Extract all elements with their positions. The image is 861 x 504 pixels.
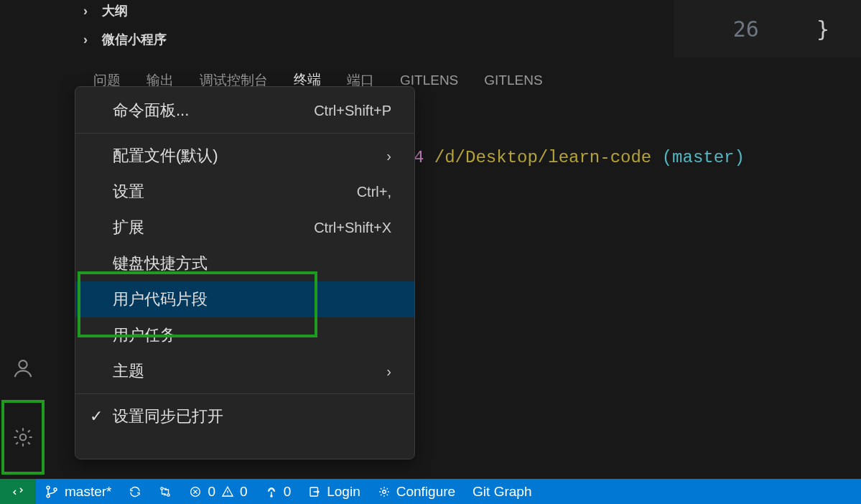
accounts-icon[interactable] bbox=[11, 357, 34, 380]
status-configure-label: Configure bbox=[396, 484, 455, 500]
term-path: /d/Desktop/learn-code bbox=[434, 148, 651, 167]
menu-shortcut: Ctrl+Shift+P bbox=[314, 103, 391, 119]
status-login[interactable]: Login bbox=[299, 479, 369, 504]
status-configure[interactable]: Configure bbox=[369, 479, 464, 504]
menu-label: 设置同步已打开 bbox=[113, 406, 223, 427]
term-seg: ) bbox=[735, 148, 745, 167]
section-label: 微信小程序 bbox=[102, 31, 167, 48]
status-sync[interactable] bbox=[120, 479, 150, 504]
check-icon: ✓ bbox=[88, 407, 104, 426]
activity-bar bbox=[0, 0, 46, 479]
menu-profiles[interactable]: 配置文件(默认) › bbox=[75, 138, 414, 174]
status-git-graph[interactable]: Git Graph bbox=[464, 479, 540, 504]
status-login-label: Login bbox=[327, 484, 360, 500]
term-branch: master bbox=[672, 148, 734, 167]
menu-command-palette[interactable]: 命令面板... Ctrl+Shift+P bbox=[75, 93, 414, 129]
chevron-right-icon: › bbox=[386, 363, 391, 380]
status-ports-count: 0 bbox=[284, 484, 292, 500]
term-seg: ( bbox=[651, 148, 672, 167]
line-number: 26 bbox=[733, 17, 759, 42]
chevron-right-icon: › bbox=[83, 4, 93, 19]
status-ports[interactable]: 0 bbox=[256, 479, 300, 504]
terminal-prompt[interactable]: 4 /d/Desktop/learn-code (master) bbox=[414, 148, 745, 167]
menu-user-snippets[interactable]: 用户代码片段 bbox=[75, 281, 414, 317]
term-seg: 4 bbox=[414, 148, 434, 167]
menu-label: 设置 bbox=[113, 181, 144, 202]
section-label: 大纲 bbox=[102, 2, 128, 19]
menu-label: 命令面板... bbox=[113, 100, 189, 121]
menu-label: 键盘快捷方式 bbox=[113, 253, 208, 274]
editor-fragment: 26 } bbox=[674, 0, 861, 57]
menu-keyboard-shortcuts[interactable]: 键盘快捷方式 bbox=[75, 246, 414, 281]
menu-label: 配置文件(默认) bbox=[113, 145, 218, 167]
svg-point-1 bbox=[20, 434, 27, 441]
menu-settings-sync[interactable]: ✓ 设置同步已打开 bbox=[75, 398, 414, 434]
svg-point-6 bbox=[167, 493, 169, 495]
status-bar: master* 0 0 0 Login Configure Git Grap bbox=[0, 479, 861, 504]
svg-point-4 bbox=[54, 487, 57, 490]
manage-gear-icon[interactable] bbox=[11, 426, 34, 449]
svg-point-3 bbox=[47, 494, 50, 497]
svg-point-5 bbox=[161, 487, 163, 489]
menu-label: 用户任务 bbox=[113, 325, 176, 346]
menu-extensions[interactable]: 扩展 Ctrl+Shift+X bbox=[75, 210, 414, 246]
menu-shortcut: Ctrl+Shift+X bbox=[314, 220, 391, 236]
chevron-right-icon: › bbox=[83, 32, 93, 47]
menu-label: 主题 bbox=[113, 360, 144, 382]
status-branch-name: master* bbox=[65, 484, 111, 500]
menu-settings[interactable]: 设置 Ctrl+, bbox=[75, 174, 414, 210]
svg-point-10 bbox=[382, 490, 386, 493]
status-branch[interactable]: master* bbox=[36, 479, 120, 504]
tab-gitlens-2[interactable]: GITLENS bbox=[483, 70, 544, 95]
status-problems[interactable]: 0 0 bbox=[180, 479, 256, 504]
menu-user-tasks[interactable]: 用户任务 bbox=[75, 317, 414, 353]
menu-separator bbox=[75, 393, 414, 394]
svg-point-2 bbox=[47, 486, 50, 489]
menu-label: 扩展 bbox=[113, 217, 144, 238]
menu-themes[interactable]: 主题 › bbox=[75, 353, 414, 389]
menu-separator bbox=[75, 133, 414, 134]
manage-context-menu: 命令面板... Ctrl+Shift+P 配置文件(默认) › 设置 Ctrl+… bbox=[75, 86, 415, 459]
status-git-graph-label: Git Graph bbox=[473, 484, 531, 500]
svg-point-0 bbox=[19, 360, 27, 368]
status-git-compare[interactable] bbox=[150, 479, 180, 504]
chevron-right-icon: › bbox=[386, 148, 391, 164]
menu-shortcut: Ctrl+, bbox=[357, 184, 391, 200]
brace: } bbox=[816, 17, 829, 42]
remote-indicator[interactable] bbox=[0, 479, 36, 504]
status-errors-count: 0 bbox=[208, 484, 215, 500]
status-warnings-count: 0 bbox=[240, 484, 248, 500]
menu-label: 用户代码片段 bbox=[113, 289, 208, 310]
manage-gear-highlight bbox=[1, 400, 45, 475]
